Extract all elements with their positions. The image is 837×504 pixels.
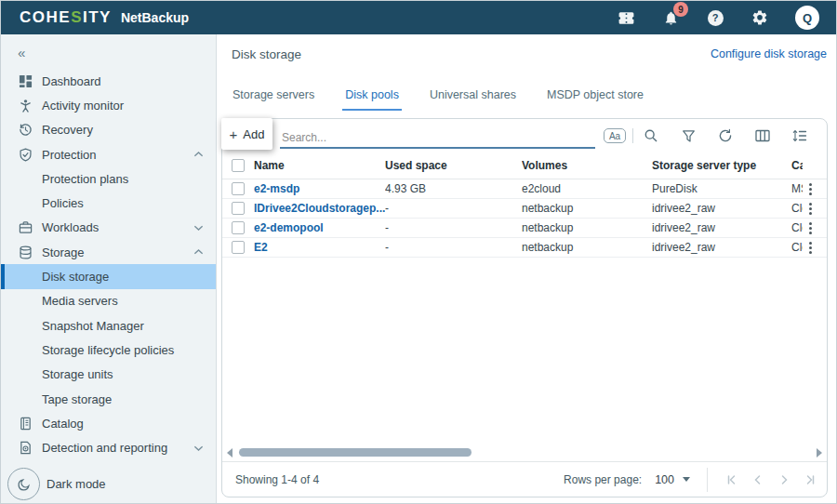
sidebar-item-storage-units[interactable]: Storage units (1, 363, 216, 387)
row-checkbox[interactable] (232, 221, 245, 234)
cohesity-logo: COHESITY (20, 8, 112, 27)
rows-per-page-value: 100 (655, 473, 674, 486)
footer-divider (707, 468, 708, 492)
sidebar: « Dashboard Activity monitor Recovery Pr… (1, 34, 217, 503)
sidebar-item-tape-storage[interactable]: Tape storage (1, 387, 216, 411)
showing-count: Showing 1-4 of 4 (235, 473, 319, 486)
row-actions-kebab-icon[interactable] (803, 203, 817, 215)
sidebar-item-detection-and-reporting[interactable]: Detection and reporting (1, 435, 216, 459)
pool-name-link[interactable]: e2-demopool (254, 221, 385, 234)
rows-per-page-select[interactable]: 100 (655, 473, 690, 486)
product-name: NetBackup (121, 10, 189, 25)
table-toolbar: Aa (222, 119, 827, 153)
sidebar-item-label: Storage (42, 245, 85, 259)
sidebar-item-storage-lifecycle-policies[interactable]: Storage lifecycle policies (1, 338, 216, 362)
used-space-cell: - (385, 241, 522, 254)
filter-icon[interactable] (674, 124, 702, 148)
storage-database-icon (18, 245, 33, 260)
sidebar-item-disk-storage[interactable]: Disk storage (1, 264, 216, 288)
previous-page-icon[interactable] (745, 467, 771, 493)
sidebar-item-snapshot-manager[interactable]: Snapshot Manager (1, 313, 216, 338)
notifications-bell-icon[interactable]: 9 (661, 8, 680, 27)
row-checkbox[interactable] (232, 202, 245, 215)
last-page-icon[interactable] (797, 467, 823, 493)
sidebar-item-label: Workloads (42, 220, 99, 234)
sidebar-item-label: Media servers (42, 294, 118, 308)
pool-name-link[interactable]: IDrivee2Cloudstoragep... (254, 202, 385, 215)
sidebar-item-workloads[interactable]: Workloads (1, 216, 216, 240)
logo-text-end: ITY (83, 8, 112, 26)
column-header-category[interactable]: Categ (791, 159, 803, 172)
pool-name-link[interactable]: E2 (254, 241, 385, 254)
search-input[interactable] (280, 128, 595, 147)
catalog-book-icon (18, 416, 33, 431)
sidebar-item-media-servers[interactable]: Media servers (1, 289, 216, 313)
row-checkbox[interactable] (232, 241, 245, 254)
sidebar-item-label: Storage lifecycle policies (42, 343, 174, 357)
search-field (280, 124, 595, 149)
column-header-storage-server-type[interactable]: Storage server type (652, 159, 791, 172)
sidebar-item-label: Disk storage (42, 270, 109, 284)
row-actions-kebab-icon[interactable] (803, 183, 817, 195)
row-actions-kebab-icon[interactable] (803, 222, 817, 234)
horizontal-scrollbar (227, 446, 822, 459)
add-button[interactable]: + Add (221, 118, 272, 150)
scrollbar-thumb[interactable] (239, 448, 472, 457)
used-space-cell: - (385, 202, 522, 215)
column-header-volumes[interactable]: Volumes (522, 159, 652, 172)
scroll-right-arrow-icon[interactable] (817, 448, 822, 458)
license-ticket-icon[interactable] (617, 8, 635, 27)
sidebar-item-label: Tape storage (42, 392, 112, 406)
sidebar-item-policies[interactable]: Policies (1, 191, 216, 215)
column-header-used-space[interactable]: Used space (385, 159, 522, 172)
column-header-name[interactable]: Name (254, 159, 385, 172)
sidebar-item-label: Recovery (42, 123, 93, 137)
user-avatar[interactable]: Q (795, 6, 819, 30)
table-row[interactable]: E2 - netbackup idrivee2_raw Clou (222, 238, 827, 258)
table-footer: Showing 1-4 of 4 Rows per page: 100 (222, 461, 827, 497)
pool-name-link[interactable]: e2-msdp (254, 182, 385, 195)
dark-mode-toggle[interactable]: Dark mode (7, 468, 106, 500)
chevron-up-icon (193, 248, 204, 256)
row-checkbox[interactable] (232, 182, 245, 195)
sidebar-item-label: Activity monitor (42, 99, 124, 113)
scroll-left-arrow-icon[interactable] (227, 448, 232, 458)
table-header-row: Name Used space Volumes Storage server t… (222, 153, 827, 179)
category-cell: MSD (791, 182, 803, 195)
tab-universal-shares[interactable]: Universal shares (427, 88, 519, 111)
help-icon[interactable]: ? (706, 8, 724, 27)
first-page-icon[interactable] (719, 467, 745, 493)
columns-icon[interactable] (749, 124, 777, 148)
sidebar-item-protection[interactable]: Protection (1, 142, 216, 166)
search-icon[interactable] (637, 124, 665, 148)
tab-msdp-object-store[interactable]: MSDP object store (544, 88, 646, 111)
storage-server-type-cell: idrivee2_raw (652, 202, 791, 215)
sidebar-item-protection-plans[interactable]: Protection plans (1, 166, 216, 191)
match-case-icon[interactable]: Aa (601, 124, 629, 148)
volumes-cell: netbackup (522, 241, 652, 254)
refresh-icon[interactable] (711, 124, 739, 148)
sidebar-item-label: Detection and reporting (42, 441, 167, 455)
netbackup-app: COHESITY NetBackup 9 ? Q « (0, 0, 837, 504)
sidebar-collapse-icon[interactable]: « (1, 34, 38, 69)
add-button-label: Add (243, 127, 264, 141)
select-all-checkbox[interactable] (232, 159, 245, 172)
page-title: Disk storage (232, 47, 301, 61)
topbar-actions: 9 ? Q (617, 6, 819, 30)
sidebar-item-catalog[interactable]: Catalog (1, 411, 216, 435)
settings-gear-icon[interactable] (751, 8, 769, 27)
table-row[interactable]: e2-msdp 4.93 GB e2cloud PureDisk MSD (222, 179, 827, 199)
dark-mode-label: Dark mode (46, 477, 106, 491)
sidebar-item-recovery[interactable]: Recovery (1, 118, 216, 142)
tab-disk-pools[interactable]: Disk pools (342, 88, 402, 111)
configure-disk-storage-link[interactable]: Configure disk storage (711, 47, 827, 60)
table-row[interactable]: IDrivee2Cloudstoragep... - netbackup idr… (222, 199, 827, 219)
next-page-icon[interactable] (771, 467, 797, 493)
sidebar-item-activity-monitor[interactable]: Activity monitor (1, 93, 216, 117)
table-row[interactable]: e2-demopool - netbackup idrivee2_raw Clo… (222, 219, 827, 238)
tab-storage-servers[interactable]: Storage servers (230, 88, 317, 111)
sidebar-item-storage[interactable]: Storage (1, 240, 216, 264)
row-actions-kebab-icon[interactable] (803, 242, 817, 254)
sidebar-item-dashboard[interactable]: Dashboard (1, 69, 216, 93)
row-density-icon[interactable] (786, 124, 814, 148)
